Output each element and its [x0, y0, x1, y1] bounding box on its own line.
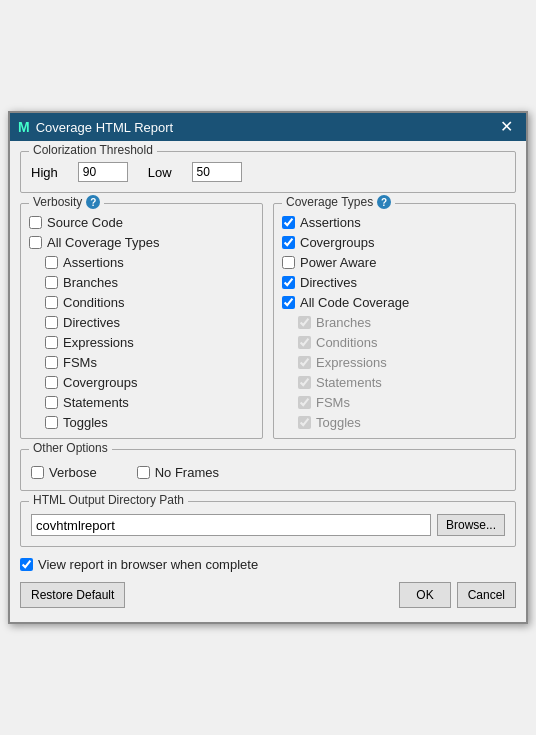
ok-button[interactable]: OK	[399, 582, 450, 608]
high-input[interactable]	[78, 162, 128, 182]
verbosity-item-5: Directives	[45, 315, 254, 330]
restore-default-button[interactable]: Restore Default	[20, 582, 125, 608]
verbosity-item-3: Branches	[45, 275, 254, 290]
verbosity-label-9[interactable]: Statements	[63, 395, 129, 410]
verbosity-checkbox-3[interactable]	[45, 276, 58, 289]
browse-button[interactable]: Browse...	[437, 514, 505, 536]
verbosity-label-5[interactable]: Directives	[63, 315, 120, 330]
html-output-fieldset: HTML Output Directory Path Browse...	[20, 501, 516, 547]
verbosity-label-6[interactable]: Expressions	[63, 335, 134, 350]
verbose-checkbox[interactable]	[31, 466, 44, 479]
coverage-label-0[interactable]: Assertions	[300, 215, 361, 230]
title-bar-left: M Coverage HTML Report	[18, 119, 173, 135]
verbosity-item-2: Assertions	[45, 255, 254, 270]
verbosity-item-8: Covergroups	[45, 375, 254, 390]
ok-cancel-group: OK Cancel	[399, 582, 516, 608]
title-bar: M Coverage HTML Report ✕	[10, 113, 526, 141]
verbosity-label-1[interactable]: All Coverage Types	[47, 235, 160, 250]
verbosity-label-4[interactable]: Conditions	[63, 295, 124, 310]
verbosity-item-0: Source Code	[29, 215, 254, 230]
coverage-item-8: Statements	[298, 375, 507, 390]
verbosity-checkbox-2[interactable]	[45, 256, 58, 269]
verbosity-label-10[interactable]: Toggles	[63, 415, 108, 430]
verbosity-item-1: All Coverage Types	[29, 235, 254, 250]
coverage-checkbox-9	[298, 396, 311, 409]
verbosity-label-0[interactable]: Source Code	[47, 215, 123, 230]
coverage-checkbox-6	[298, 336, 311, 349]
verbosity-item-6: Expressions	[45, 335, 254, 350]
verbosity-label-8[interactable]: Covergroups	[63, 375, 137, 390]
coverage-label-4[interactable]: All Code Coverage	[300, 295, 409, 310]
view-report-checkbox[interactable]	[20, 558, 33, 571]
coverage-checkbox-4[interactable]	[282, 296, 295, 309]
coverage-item-2: Power Aware	[282, 255, 507, 270]
verbosity-checkbox-6[interactable]	[45, 336, 58, 349]
dialog-title: Coverage HTML Report	[36, 120, 174, 135]
no-frames-checkbox[interactable]	[137, 466, 150, 479]
coverage-item-5: Branches	[298, 315, 507, 330]
coverage-checkbox-3[interactable]	[282, 276, 295, 289]
coverage-item-4: All Code Coverage	[282, 295, 507, 310]
app-icon: M	[18, 119, 30, 135]
verbosity-item-9: Statements	[45, 395, 254, 410]
html-output-input[interactable]	[31, 514, 431, 536]
colorization-legend: Colorization Threshold	[29, 143, 157, 157]
coverage-checkbox-2[interactable]	[282, 256, 295, 269]
coverage-label-2[interactable]: Power Aware	[300, 255, 376, 270]
coverage-item-9: FSMs	[298, 395, 507, 410]
verbosity-label-2[interactable]: Assertions	[63, 255, 124, 270]
verbosity-legend: Verbosity ?	[29, 195, 104, 209]
coverage-types-help-icon[interactable]: ?	[377, 195, 391, 209]
coverage-types-legend-text: Coverage Types	[286, 195, 373, 209]
no-frames-label[interactable]: No Frames	[155, 465, 219, 480]
verbosity-checkbox-9[interactable]	[45, 396, 58, 409]
coverage-checkbox-8	[298, 376, 311, 389]
verbosity-item-7: FSMs	[45, 355, 254, 370]
coverage-checkbox-7	[298, 356, 311, 369]
other-options-fieldset: Other Options Verbose No Frames	[20, 449, 516, 491]
cancel-button[interactable]: Cancel	[457, 582, 516, 608]
no-frames-row: No Frames	[137, 465, 219, 480]
verbose-label[interactable]: Verbose	[49, 465, 97, 480]
verbosity-checkbox-8[interactable]	[45, 376, 58, 389]
coverage-label-3[interactable]: Directives	[300, 275, 357, 290]
other-options-row: Verbose No Frames	[31, 460, 505, 480]
dialog: M Coverage HTML Report ✕ Colorization Th…	[8, 111, 528, 624]
low-input[interactable]	[192, 162, 242, 182]
coverage-checkbox-10	[298, 416, 311, 429]
coverage-label-9: FSMs	[316, 395, 350, 410]
coverage-label-7: Expressions	[316, 355, 387, 370]
verbosity-label-3[interactable]: Branches	[63, 275, 118, 290]
coverage-label-1[interactable]: Covergroups	[300, 235, 374, 250]
coverage-label-6: Conditions	[316, 335, 377, 350]
html-output-legend: HTML Output Directory Path	[29, 493, 188, 507]
verbosity-checkbox-7[interactable]	[45, 356, 58, 369]
verbosity-checkbox-0[interactable]	[29, 216, 42, 229]
verbosity-label-7[interactable]: FSMs	[63, 355, 97, 370]
colorization-row: High Low	[31, 162, 505, 182]
coverage-checkbox-1[interactable]	[282, 236, 295, 249]
verbosity-legend-text: Verbosity	[33, 195, 82, 209]
coverage-label-10: Toggles	[316, 415, 361, 430]
view-report-label[interactable]: View report in browser when complete	[38, 557, 258, 572]
coverage-types-legend: Coverage Types ?	[282, 195, 395, 209]
verbosity-item-4: Conditions	[45, 295, 254, 310]
coverage-checkbox-0[interactable]	[282, 216, 295, 229]
coverage-item-3: Directives	[282, 275, 507, 290]
verbosity-checkbox-10[interactable]	[45, 416, 58, 429]
verbosity-checkbox-5[interactable]	[45, 316, 58, 329]
coverage-item-6: Conditions	[298, 335, 507, 350]
bottom-row: Restore Default OK Cancel	[20, 582, 516, 612]
low-label: Low	[148, 165, 172, 180]
verbosity-help-icon[interactable]: ?	[86, 195, 100, 209]
verbosity-checkbox-1[interactable]	[29, 236, 42, 249]
view-report-row: View report in browser when complete	[20, 557, 516, 572]
colorization-threshold-fieldset: Colorization Threshold High Low	[20, 151, 516, 193]
verbose-row: Verbose	[31, 465, 97, 480]
close-button[interactable]: ✕	[495, 117, 518, 137]
verbosity-fieldset: Verbosity ? Source Code All Coverage Typ…	[20, 203, 263, 439]
verbosity-checkbox-4[interactable]	[45, 296, 58, 309]
verbosity-item-10: Toggles	[45, 415, 254, 430]
coverage-checkbox-5	[298, 316, 311, 329]
coverage-item-7: Expressions	[298, 355, 507, 370]
